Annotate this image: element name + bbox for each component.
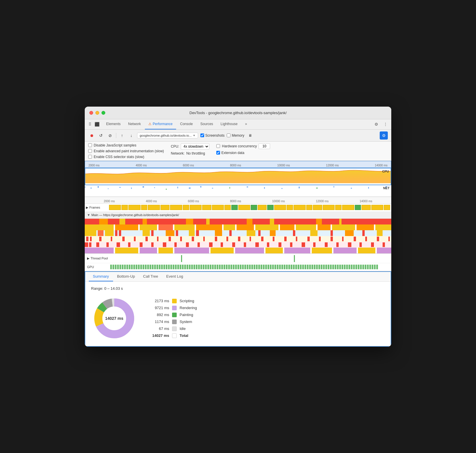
url-box[interactable]: googlechrome.github.io/devtools-io... ▼	[137, 133, 198, 138]
svg-rect-89	[226, 237, 228, 241]
net-chart[interactable]: NET	[85, 185, 391, 197]
memory-checkbox[interactable]	[227, 133, 230, 137]
tab-bottom-up[interactable]: Bottom-Up	[113, 272, 139, 281]
svg-rect-45	[255, 224, 278, 230]
tab-elements[interactable]: Elements	[103, 119, 124, 129]
rendering-name: Rendering	[180, 306, 197, 310]
main-header[interactable]: ▼ Main — https://googlechrome.github.io/…	[85, 212, 391, 219]
tab-summary[interactable]: Summary	[89, 272, 113, 281]
svg-rect-114	[174, 242, 177, 247]
legend-total: 14027 ms Total	[149, 333, 197, 338]
disable-js-checkbox[interactable]	[88, 143, 92, 147]
svg-rect-60	[166, 230, 174, 236]
hw-concurrency-checkbox[interactable]	[216, 144, 220, 148]
svg-rect-66	[247, 230, 255, 236]
svg-rect-100	[354, 237, 356, 241]
svg-rect-17	[299, 187, 300, 188]
system-name: System	[180, 320, 192, 324]
more-options-icon[interactable]: ⋮	[382, 121, 389, 128]
thread-pool-arrow[interactable]: ▶	[87, 257, 89, 260]
svg-rect-134	[115, 248, 138, 253]
svg-rect-6	[143, 186, 144, 187]
thread-pool-row[interactable]: ▶ Thread Pool	[85, 254, 391, 263]
scripting-color	[172, 299, 177, 303]
bottom-time-ruler[interactable]: 2000 ms 4000 ms 6000 ms 8000 ms 10000 ms…	[85, 197, 391, 204]
close-button[interactable]	[89, 111, 93, 115]
screenshots-checkbox[interactable]	[200, 133, 204, 137]
advanced-paint-checkbox[interactable]	[88, 149, 92, 153]
svg-rect-98	[331, 237, 333, 241]
cpu-select[interactable]: 4x slowdown No throttling 2x slowdown 6x…	[181, 143, 209, 150]
tab-lighthouse[interactable]: Lighthouse	[217, 119, 241, 129]
svg-rect-29	[206, 219, 210, 224]
frames-row[interactable]: ▶ Frames	[85, 204, 391, 212]
frames-arrow[interactable]: ▶	[86, 206, 88, 209]
memory-icon[interactable]: 🖥	[247, 132, 254, 139]
svg-rect-14	[247, 186, 248, 187]
svg-rect-32	[270, 219, 274, 224]
maximize-button[interactable]	[102, 111, 105, 115]
b-ruler-6000: 6000 ms	[188, 200, 199, 203]
svg-rect-95	[296, 237, 297, 241]
svg-rect-34	[316, 219, 322, 224]
network-section: Network: No throttling	[171, 151, 210, 155]
options-row: Disable JavaScript samples Enable advanc…	[85, 142, 391, 161]
extension-data-checkbox[interactable]	[216, 151, 220, 155]
performance-warning-icon: ⚠	[148, 122, 152, 126]
inspector-icon[interactable]: ⠿	[87, 121, 93, 127]
svg-rect-35	[339, 219, 342, 224]
svg-rect-105	[85, 242, 88, 247]
download-icon[interactable]: ↓	[128, 132, 135, 139]
css-selector-checkbox[interactable]	[88, 155, 92, 159]
svg-rect-142	[312, 248, 332, 253]
frames-label: ▶ Frames	[86, 206, 109, 209]
flame-chart[interactable]	[85, 219, 391, 253]
svg-rect-106	[89, 242, 91, 247]
svg-rect-72	[345, 230, 354, 236]
url-dropdown-icon[interactable]: ▼	[193, 134, 195, 137]
settings-gear-button[interactable]: ⚙	[380, 131, 388, 140]
tab-performance[interactable]: ⚠ Performance	[145, 119, 176, 129]
frames-track	[109, 205, 390, 210]
minimize-button[interactable]	[95, 111, 99, 115]
b-ruler-14000: 14000 ms	[359, 200, 372, 203]
gpu-row[interactable]: GPU	[85, 263, 391, 271]
b-ruler-2000: 2000 ms	[104, 200, 115, 203]
donut-label: 14027 ms	[105, 316, 123, 321]
settings-icon[interactable]: ⚙	[373, 121, 380, 128]
tab-call-tree[interactable]: Call Tree	[139, 272, 162, 281]
tab-console[interactable]: Console	[177, 119, 196, 129]
device-toolbar-icon[interactable]: ⬛	[94, 121, 100, 127]
svg-rect-91	[250, 237, 251, 241]
svg-rect-61	[176, 230, 178, 236]
painting-name: Painting	[180, 313, 193, 317]
svg-rect-10	[189, 187, 191, 189]
main-header-label: Main — https://googlechrome.github.io/de…	[91, 213, 179, 217]
top-time-ruler[interactable]: 2000 ms 4000 ms 6000 ms 8000 ms 10000 ms…	[85, 161, 391, 168]
network-label: Network:	[171, 151, 185, 155]
legend: 2173 ms Scripting 9721 ms Rendering 892 …	[149, 299, 197, 338]
svg-rect-122	[267, 242, 269, 247]
refresh-button[interactable]: ↺	[97, 132, 104, 139]
donut-chart-container: 14027 ms	[91, 295, 137, 341]
hw-concurrency-input[interactable]	[259, 143, 270, 149]
svg-rect-130	[359, 242, 362, 247]
main-collapse-arrow[interactable]: ▼	[87, 213, 90, 217]
clear-button[interactable]: ⊘	[107, 132, 114, 139]
title-bar: DevTools - googlechrome.github.io/devtoo…	[85, 107, 391, 119]
cpu-chart[interactable]: CPU	[85, 168, 391, 185]
upload-icon[interactable]: ↑	[119, 132, 126, 139]
svg-rect-53	[85, 230, 96, 236]
svg-rect-47	[296, 224, 316, 230]
tab-more[interactable]: »	[242, 119, 251, 129]
tab-network[interactable]: Network	[125, 119, 144, 129]
svg-rect-107	[96, 242, 99, 247]
record-button[interactable]: ⏺	[88, 132, 95, 139]
range-text: Range: 0 – 14.03 s	[91, 286, 385, 291]
svg-rect-25	[119, 219, 125, 224]
svg-rect-127	[325, 242, 328, 247]
disable-js-label: Disable JavaScript samples	[94, 143, 136, 147]
legend-idle: 67 ms Idle	[149, 326, 197, 331]
tab-event-log[interactable]: Event Log	[162, 272, 187, 281]
tab-sources[interactable]: Sources	[197, 119, 217, 129]
